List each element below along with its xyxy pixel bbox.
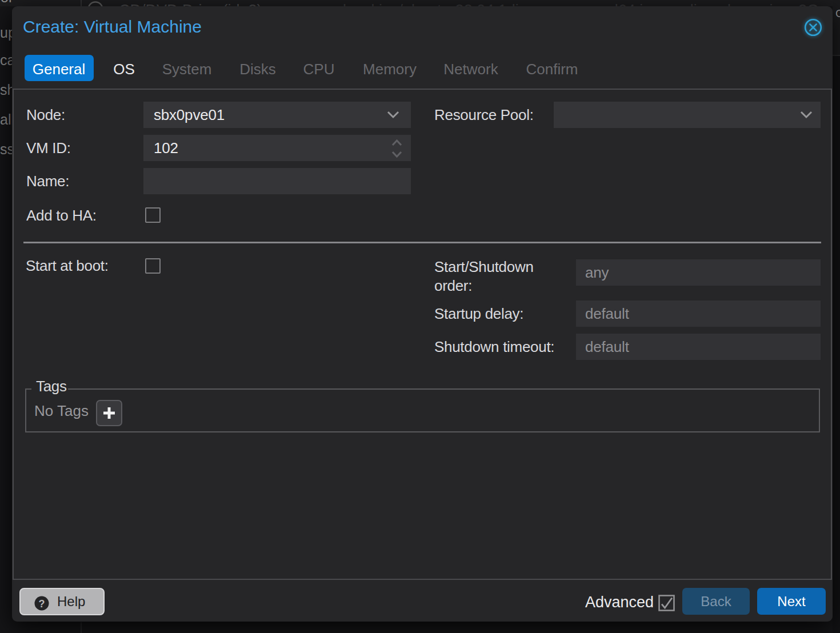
- svg-text:?: ?: [39, 598, 45, 610]
